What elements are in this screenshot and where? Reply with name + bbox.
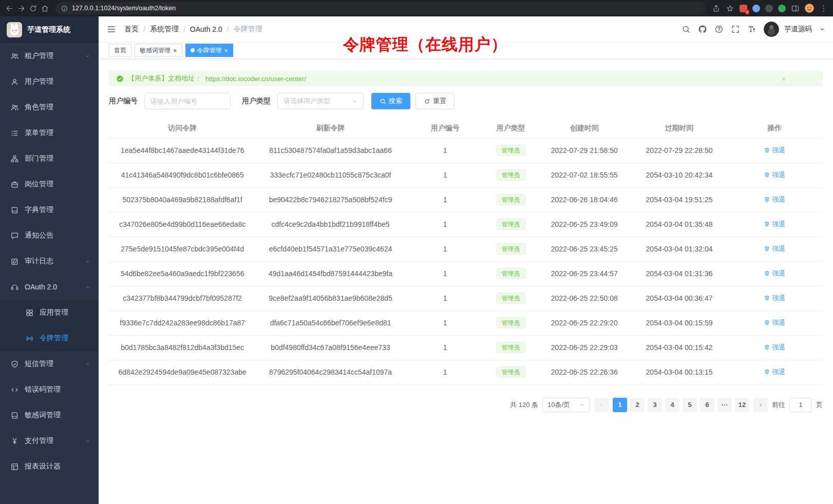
page-button-12[interactable]: 12 [735, 398, 749, 412]
force-logout-button[interactable]: 强退 [764, 343, 785, 352]
breadcrumb: 首页/系统管理/OAuth 2.0/令牌管理 [124, 25, 262, 34]
user-name[interactable]: 芋道源码 [784, 25, 812, 34]
page-button-3[interactable]: 3 [648, 398, 662, 412]
force-logout-button[interactable]: 强退 [764, 244, 785, 254]
sidebar-item-oauth2-token[interactable]: 令牌管理 [0, 325, 99, 351]
sidebar-item-notice[interactable]: 通知公告 [0, 223, 99, 248]
sidebar-item-sms[interactable]: 短信管理 [0, 351, 99, 377]
page-size-select[interactable]: 10条/页 [542, 398, 590, 412]
pagination-total: 共 120 条 [510, 400, 538, 410]
sidebar: 芋道管理系统 租户管理用户管理角色管理菜单管理部门管理岗位管理字典管理通知公告审… [0, 16, 99, 504]
breadcrumb-item[interactable]: 首页 [124, 25, 139, 34]
page-button-5[interactable]: 5 [683, 398, 697, 412]
menu-item-label: 部门管理 [25, 154, 53, 163]
extension-green-icon[interactable] [778, 5, 786, 12]
font-size-icon[interactable] [747, 25, 756, 34]
star-icon[interactable] [726, 4, 734, 13]
fullscreen-icon[interactable] [731, 25, 740, 34]
menu-kebab-icon[interactable] [819, 4, 828, 13]
share-icon[interactable] [712, 4, 721, 13]
sidebar-item-dept[interactable]: 部门管理 [0, 146, 99, 171]
sidebar-item-tenant[interactable]: 租户管理 [0, 43, 99, 69]
extension-blue-icon[interactable] [752, 5, 760, 12]
sidebar-item-menu[interactable]: 菜单管理 [0, 120, 99, 146]
force-logout-label: 强退 [772, 294, 785, 303]
user-avatar[interactable] [764, 22, 779, 37]
tab-sensitive-word[interactable]: 敏感词管理× [135, 44, 182, 57]
extension-badge: 0 [745, 10, 749, 14]
sidebar-item-oauth2[interactable]: OAuth 2.0 [0, 274, 99, 300]
reset-button[interactable]: 重置 [415, 93, 455, 109]
breadcrumb-item[interactable]: OAuth 2.0 [190, 25, 222, 33]
user-type-select[interactable]: 请选择用户类型 [277, 93, 364, 109]
reload-icon[interactable] [29, 4, 37, 13]
page-button-6[interactable]: 6 [700, 398, 714, 412]
extension-dark-icon[interactable] [765, 5, 773, 12]
page-button-4[interactable]: 4 [665, 398, 679, 412]
search-button[interactable]: 搜索 [371, 93, 410, 109]
force-logout-button[interactable]: 强退 [764, 220, 785, 229]
page-button-2[interactable]: 2 [630, 398, 645, 412]
search-icon[interactable] [681, 25, 691, 34]
url-bar[interactable]: 127.0.0.1:1024/system/oauth2/token [55, 2, 706, 14]
user-type-cell: 管理员 [485, 212, 537, 237]
help-icon[interactable] [714, 25, 724, 34]
force-logout-button[interactable]: 强退 [764, 195, 785, 204]
force-logout-button[interactable]: 强退 [764, 146, 785, 155]
tab-close-icon[interactable]: × [224, 47, 229, 54]
user-id-cell: 1 [405, 335, 485, 360]
menu-toggle-icon[interactable] [106, 24, 117, 34]
menu-item-label: 通知公告 [25, 231, 53, 240]
forward-icon[interactable] [17, 4, 26, 13]
user-id-input[interactable] [144, 93, 231, 109]
trash-icon [764, 270, 770, 277]
next-page-button[interactable] [753, 398, 768, 412]
chevron-down-icon[interactable] [819, 26, 825, 32]
github-icon[interactable] [698, 25, 707, 34]
app-logo[interactable]: 芋道管理系统 [0, 16, 99, 43]
sidebar-item-sensitive-word[interactable]: 敏感词管理 [0, 402, 99, 428]
split-view-icon[interactable] [791, 4, 800, 13]
sidebar-item-post[interactable]: 岗位管理 [0, 171, 99, 197]
extension-red-icon[interactable]: 0 [740, 5, 747, 12]
sidebar-item-audit-log[interactable]: 审计日志 [0, 248, 99, 274]
home-icon[interactable] [41, 4, 49, 13]
sidebar-item-dict[interactable]: 字典管理 [0, 197, 99, 223]
user-type-tag: 管理员 [497, 293, 525, 304]
sidebar-item-user[interactable]: 用户管理 [0, 69, 99, 94]
alert-close-icon[interactable]: × [781, 74, 786, 83]
page-button-1[interactable]: 1 [613, 398, 627, 412]
more-pages-button[interactable]: ··· [717, 398, 732, 412]
tab-home[interactable]: 首页 [109, 44, 131, 57]
force-logout-button[interactable]: 强退 [764, 294, 785, 303]
prev-page-button[interactable] [594, 398, 609, 412]
goto-label: 前往 [772, 400, 785, 410]
message-icon [10, 231, 19, 240]
sidebar-item-report-designer[interactable]: 报表设计器 [0, 454, 99, 479]
goto-page-input[interactable] [789, 398, 812, 412]
user-id-cell: 1 [405, 286, 485, 311]
force-logout-button[interactable]: 强退 [764, 170, 785, 180]
tab-close-icon[interactable]: × [173, 47, 177, 54]
sidebar-item-pay[interactable]: 支付管理 [0, 428, 99, 454]
refresh-token-cell: 49d1aa46d1454fbd87591444423be9fa [256, 261, 405, 286]
breadcrumb-item[interactable]: 系统管理 [150, 25, 179, 34]
sidebar-item-role[interactable]: 角色管理 [0, 94, 99, 120]
sidebar-item-oauth2-application[interactable]: 应用管理 [0, 300, 99, 325]
force-logout-button[interactable]: 强退 [764, 367, 785, 377]
force-logout-button[interactable]: 强退 [764, 318, 785, 327]
table-row: 275e5de9151045fe87cbdc395e004f4de6cfd40e… [109, 237, 823, 261]
menu-item-label: 岗位管理 [25, 180, 53, 189]
profile-avatar[interactable] [805, 4, 814, 13]
alert-link[interactable]: https://doc.iocoder.cn/user-center/ [205, 75, 306, 83]
expire-time-cell: 2054-03-04 00:15:42 [632, 335, 726, 360]
table-row: b0d1785bc3a8482f812db4a3f3bd15ecb0df4980… [109, 335, 823, 360]
force-logout-button[interactable]: 强退 [764, 269, 785, 278]
table-row: 1ea5e44f8bc1467aaede43144f31de76811c5304… [109, 138, 823, 163]
avatar-face-icon [805, 4, 814, 13]
sidebar-item-error-code[interactable]: 错误码管理 [0, 377, 99, 402]
back-icon[interactable] [5, 4, 14, 13]
page-info-icon[interactable] [61, 5, 68, 12]
refresh-token-cell: dfa6c71a50a54c66bef706ef9e6e8d81 [256, 311, 405, 335]
tab-token[interactable]: 令牌管理× [185, 44, 234, 57]
